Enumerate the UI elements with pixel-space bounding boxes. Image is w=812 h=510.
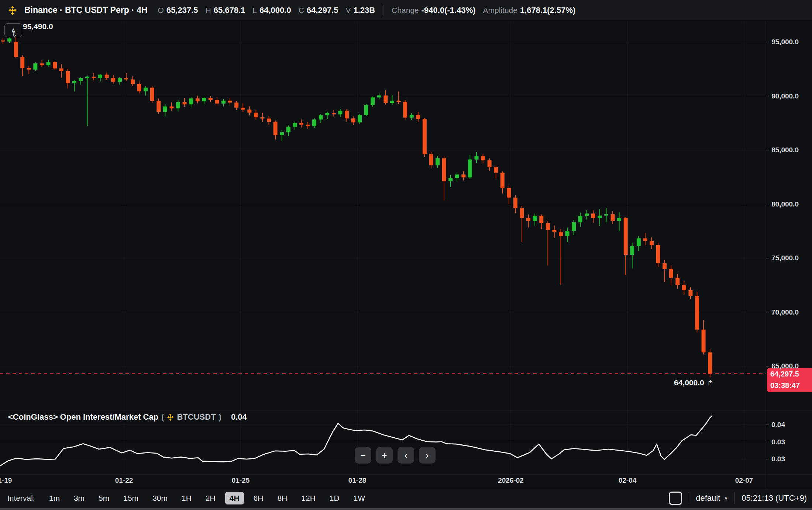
symbol-header-bar: Binance · BTC USDT Perp · 4H O65,237.5H6… bbox=[0, 0, 812, 21]
price-tick-label: 70,000.0 bbox=[771, 308, 799, 316]
footer-divider bbox=[689, 492, 689, 504]
price-tick-label: 95,000.0 bbox=[771, 38, 799, 46]
price-tick-label: 90,000.0 bbox=[771, 92, 799, 100]
time-tick-label: 02-07 bbox=[735, 476, 753, 485]
pan-left-button[interactable]: ‹ bbox=[398, 447, 414, 464]
interval-4H[interactable]: 4H bbox=[225, 492, 244, 504]
zoom-in-button[interactable]: + bbox=[376, 447, 393, 464]
ohlcv-item: L64,000.0 bbox=[252, 6, 291, 15]
change-readout: Change -940.0(-1.43%) bbox=[392, 6, 475, 15]
interval-1D[interactable]: 1D bbox=[325, 492, 344, 504]
time-tick-label: 01-19 bbox=[0, 476, 12, 485]
zoom-out-button[interactable]: − bbox=[355, 447, 371, 464]
ohlcv-item: H65,678.1 bbox=[206, 6, 245, 15]
indicator-header: <CoinGlass> Open Interest/Market Cap ( B… bbox=[8, 412, 247, 422]
interval-30m[interactable]: 30m bbox=[148, 492, 172, 504]
indicator-tick-label: 0.04 bbox=[771, 421, 785, 429]
interval-1H[interactable]: 1H bbox=[177, 492, 196, 504]
time-tick-label: 01-25 bbox=[232, 476, 250, 485]
indicator-tick-label: 0.03 bbox=[771, 438, 785, 446]
interval-1m[interactable]: 1m bbox=[45, 492, 64, 504]
interval-8H[interactable]: 8H bbox=[273, 492, 292, 504]
bottom-edge bbox=[0, 508, 812, 510]
pan-right-button[interactable]: › bbox=[419, 447, 436, 464]
session-high-label: 95,490.0 bbox=[23, 22, 53, 31]
ohlcv-item: V1.23B bbox=[345, 6, 375, 15]
price-tick-label: 85,000.0 bbox=[771, 146, 799, 154]
amplitude-readout: Amplitude 1,678.1(2.57%) bbox=[483, 6, 576, 15]
symbol-title: Binance · BTC USDT Perp · 4H bbox=[24, 5, 148, 15]
binance-logo-icon bbox=[8, 6, 17, 15]
price-tick-label: 65,000.0 bbox=[771, 362, 799, 370]
footer-checkbox[interactable] bbox=[669, 492, 682, 505]
low-arrow-icon: ↱ bbox=[707, 379, 713, 387]
high-arrow-icon: ⇩ bbox=[11, 30, 17, 38]
ohlcv-item: O65,237.5 bbox=[158, 6, 198, 15]
interval-label: Interval: bbox=[7, 494, 35, 503]
indicator-value: 0.04 bbox=[231, 412, 247, 422]
clock-timezone: 05:21:13 (UTC+9) bbox=[742, 493, 807, 503]
time-tick-label: 2026-02 bbox=[498, 476, 524, 485]
time-tick-label: 01-28 bbox=[348, 476, 367, 485]
interval-15m[interactable]: 15m bbox=[119, 492, 143, 504]
trading-app: Binance · BTC USDT Perp · 4H O65,237.5H6… bbox=[0, 0, 812, 510]
interval-2H[interactable]: 2H bbox=[201, 492, 220, 504]
binance-logo-icon bbox=[167, 414, 174, 421]
time-tick-label: 01-22 bbox=[115, 476, 133, 485]
interval-6H[interactable]: 6H bbox=[249, 492, 268, 504]
interval-3m[interactable]: 3m bbox=[69, 492, 89, 504]
time-tick-label: 02-04 bbox=[619, 476, 637, 485]
layout-preset-dropdown[interactable]: default ∧ bbox=[696, 493, 728, 503]
footer-right-controls: default ∧ 05:21:13 (UTC+9) bbox=[669, 488, 807, 508]
candlestick-chart-canvas[interactable] bbox=[0, 0, 812, 510]
indicator-symbol: BTCUSDT bbox=[177, 412, 216, 422]
chevron-up-icon: ∧ bbox=[724, 495, 728, 502]
price-tick-label: 75,000.0 bbox=[771, 254, 799, 262]
interval-12H[interactable]: 12H bbox=[297, 492, 320, 504]
session-low-label: 64,000.0 bbox=[674, 378, 704, 387]
countdown-timer: 03:38:47 bbox=[770, 380, 812, 391]
footer-divider bbox=[734, 492, 735, 504]
ohlcv-readout: O65,237.5H65,678.1L64,000.0C64,297.5V1.2… bbox=[158, 6, 375, 15]
interval-1W[interactable]: 1W bbox=[349, 492, 370, 504]
indicator-tick-label: 0.03 bbox=[771, 455, 785, 463]
last-price-countdown-badge: 64,297.5 03:38:47 bbox=[767, 368, 812, 392]
indicator-title: <CoinGlass> Open Interest/Market Cap bbox=[8, 412, 158, 422]
interval-5m[interactable]: 5m bbox=[94, 492, 114, 504]
ohlcv-item: C64,297.5 bbox=[299, 6, 338, 15]
price-tick-label: 80,000.0 bbox=[771, 200, 799, 208]
header-divider bbox=[383, 5, 383, 16]
